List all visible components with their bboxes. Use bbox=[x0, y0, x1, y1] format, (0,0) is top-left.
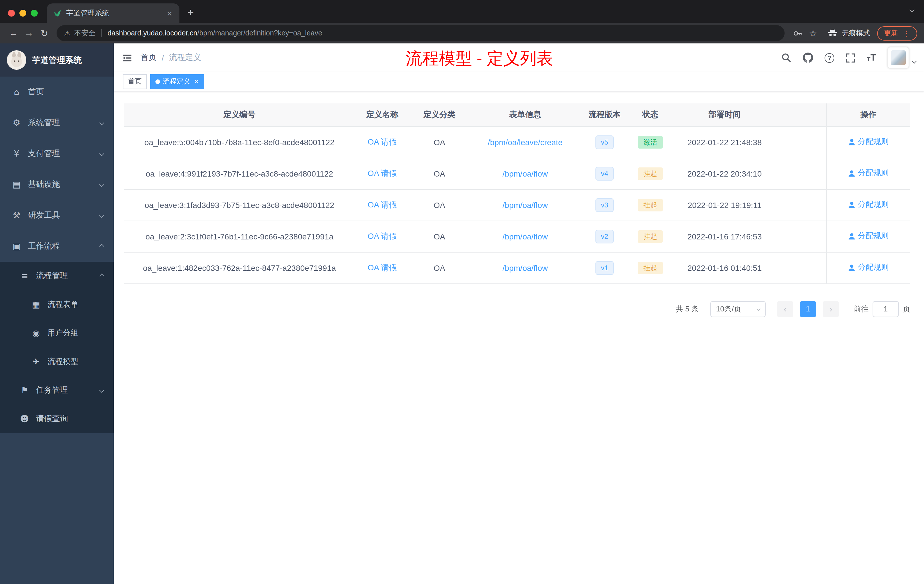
tag-process-definition[interactable]: 流程定义 × bbox=[150, 74, 204, 89]
sidebar-item-leave-query[interactable]: ☻ 请假查询 bbox=[0, 404, 114, 433]
chevron-down-icon bbox=[99, 182, 104, 187]
col-definition-id: 定义编号 bbox=[124, 104, 355, 126]
gear-icon: ⚙ bbox=[12, 118, 22, 128]
col-definition-category: 定义分类 bbox=[410, 104, 469, 126]
window-close-button[interactable] bbox=[8, 10, 15, 16]
col-operations: 操作 bbox=[826, 104, 910, 126]
cell-category: OA bbox=[410, 189, 469, 221]
sidebar-item-user-group[interactable]: ◉ 用户分组 bbox=[0, 319, 114, 347]
new-tab-button[interactable]: + bbox=[187, 7, 194, 18]
definition-name-link[interactable]: OA 请假 bbox=[368, 137, 397, 146]
sidebar-toggle-button[interactable] bbox=[114, 52, 140, 63]
chevron-down-icon bbox=[99, 152, 104, 156]
sidebar-item-task-management[interactable]: ⚑ 任务管理 bbox=[0, 376, 114, 404]
form-info-link[interactable]: /bpm/oa/leave/create bbox=[488, 137, 563, 147]
incognito-icon bbox=[827, 28, 838, 38]
avatar bbox=[888, 47, 909, 69]
active-dot-icon bbox=[155, 79, 160, 84]
update-chrome-button[interactable]: 更新 ⋮ bbox=[877, 26, 917, 40]
cell-category: OA bbox=[410, 158, 469, 189]
incognito-badge: 无痕模式 bbox=[827, 28, 870, 38]
user-avatar-menu[interactable] bbox=[888, 47, 916, 69]
definition-name-link[interactable]: OA 请假 bbox=[368, 200, 397, 209]
cell-definition-id: oa_leave:4:991f2193-7b7f-11ec-a3c8-acde4… bbox=[124, 158, 355, 189]
col-deploy-time: 部署时间 bbox=[673, 104, 777, 126]
form-icon: ▦ bbox=[31, 299, 41, 310]
table-header-row: 定义编号 定义名称 定义分类 表单信息 流程版本 状态 部署时间 操作 bbox=[124, 104, 910, 126]
back-button[interactable]: ← bbox=[6, 28, 21, 38]
page-number-button[interactable]: 1 bbox=[800, 301, 816, 317]
chevron-down-icon bbox=[99, 213, 104, 218]
paper-plane-icon: ✈ bbox=[31, 356, 41, 367]
font-size-icon[interactable]: TT bbox=[867, 53, 876, 62]
help-icon[interactable]: ? bbox=[825, 53, 834, 63]
sidebar-item-process-model[interactable]: ✈ 流程模型 bbox=[0, 347, 114, 376]
cell-spacer bbox=[777, 221, 826, 252]
form-info-link[interactable]: /bpm/oa/flow bbox=[503, 232, 548, 241]
font-size-small: T bbox=[867, 56, 870, 62]
window-minimize-button[interactable] bbox=[20, 10, 26, 16]
person-icon bbox=[848, 170, 856, 177]
tab-search-button[interactable] bbox=[910, 3, 914, 14]
forward-button[interactable]: → bbox=[21, 28, 36, 38]
tab-close-button[interactable]: × bbox=[165, 9, 174, 17]
definition-name-link[interactable]: OA 请假 bbox=[368, 262, 397, 272]
sidebar-item-home[interactable]: ⌂ 首页 bbox=[0, 77, 114, 107]
fullscreen-icon[interactable] bbox=[846, 53, 855, 63]
sidebar-item-process-form[interactable]: ▦ 流程表单 bbox=[0, 290, 114, 319]
version-badge: v1 bbox=[595, 261, 614, 275]
cell-category: OA bbox=[410, 252, 469, 284]
tag-home[interactable]: 首页 bbox=[123, 74, 147, 89]
sidebar-item-infrastructure[interactable]: ▤ 基础设施 bbox=[0, 169, 114, 200]
window-zoom-button[interactable] bbox=[31, 10, 38, 16]
top-navbar: 首页 / 流程定义 bbox=[114, 43, 924, 72]
prev-page-button[interactable]: ‹ bbox=[777, 301, 793, 317]
workflow-submenu: ≡ 流程管理 ▦ 流程表单 ◉ 用户分组 ✈ 流程模型 ⚑ bbox=[0, 262, 114, 433]
cell-deploy-time: 2022-01-22 20:34:10 bbox=[673, 158, 777, 189]
tag-close-icon[interactable]: × bbox=[194, 78, 198, 85]
assign-rule-link[interactable]: 分配规则 bbox=[848, 231, 889, 241]
cell-definition-id: oa_leave:1:482ec033-762a-11ec-8477-a2380… bbox=[124, 252, 355, 284]
assign-rule-link[interactable]: 分配规则 bbox=[848, 200, 889, 210]
page-size-select[interactable]: 10条/页 bbox=[710, 301, 766, 317]
sidebar-item-process-management[interactable]: ≡ 流程管理 bbox=[0, 262, 114, 290]
reload-button[interactable]: ↻ bbox=[36, 28, 52, 39]
chevron-down-icon bbox=[99, 388, 104, 393]
person-icon bbox=[848, 264, 856, 271]
goto-page-input[interactable] bbox=[873, 301, 899, 317]
security-label: 不安全 bbox=[74, 28, 96, 38]
definition-name-link[interactable]: OA 请假 bbox=[368, 168, 397, 177]
hamburger-icon bbox=[122, 52, 132, 63]
sidebar-item-system-management[interactable]: ⚙ 系统管理 bbox=[0, 107, 114, 138]
browser-menu-icon[interactable]: ⋮ bbox=[903, 29, 910, 38]
assign-rule-link[interactable]: 分配规则 bbox=[848, 262, 889, 273]
question-mark: ? bbox=[825, 53, 834, 63]
cell-deploy-time: 2022-01-16 17:46:53 bbox=[673, 221, 777, 252]
table-row: oa_leave:3:1fad3d93-7b75-11ec-a3c8-acde4… bbox=[124, 189, 910, 221]
sidebar-item-payment-management[interactable]: ¥ 支付管理 bbox=[0, 138, 114, 169]
update-label: 更新 bbox=[884, 28, 898, 38]
assign-rule-link[interactable]: 分配规则 bbox=[848, 168, 889, 178]
next-page-button[interactable]: › bbox=[823, 301, 839, 317]
cell-spacer bbox=[777, 158, 826, 189]
form-info-link[interactable]: /bpm/oa/flow bbox=[503, 169, 548, 178]
person-icon bbox=[848, 138, 856, 146]
form-info-link[interactable]: /bpm/oa/flow bbox=[503, 263, 548, 272]
table-row: oa_leave:5:004b710b-7b8a-11ec-8ef0-acde4… bbox=[124, 126, 910, 158]
definition-name-link[interactable]: OA 请假 bbox=[368, 231, 397, 240]
bookmark-star-icon[interactable]: ☆ bbox=[809, 28, 817, 39]
sidebar-item-dev-tools[interactable]: ⚒ 研发工具 bbox=[0, 200, 114, 231]
chevron-down-icon bbox=[757, 307, 761, 311]
breadcrumb-home-link[interactable]: 首页 bbox=[140, 53, 157, 63]
browser-tab[interactable]: 芋道管理系统 × bbox=[47, 3, 180, 23]
assign-rule-link[interactable]: 分配规则 bbox=[848, 137, 889, 147]
address-bar[interactable]: ⚠ 不安全 dashboard.yudao.iocoder.cn /bpm/ma… bbox=[56, 25, 784, 41]
breadcrumb: 首页 / 流程定义 bbox=[140, 53, 201, 63]
github-icon[interactable] bbox=[803, 53, 813, 63]
search-icon[interactable] bbox=[781, 53, 792, 63]
page-unit-label: 页 bbox=[903, 304, 910, 314]
sidebar-item-workflow[interactable]: ▣ 工作流程 bbox=[0, 231, 114, 262]
password-key-icon[interactable] bbox=[792, 28, 802, 38]
sidebar-item-label: 基础设施 bbox=[28, 180, 94, 190]
form-info-link[interactable]: /bpm/oa/flow bbox=[503, 200, 548, 210]
